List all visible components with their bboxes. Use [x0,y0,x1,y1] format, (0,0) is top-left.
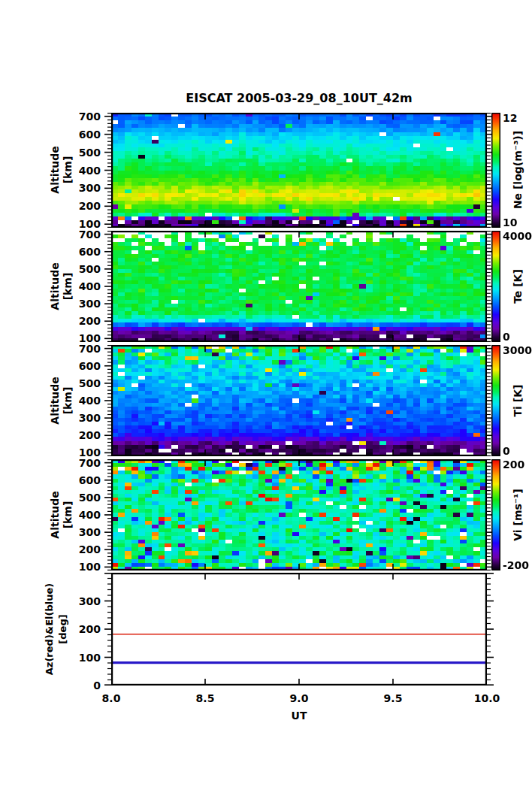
ti-colorbar-max-label: 3000 [503,344,532,356]
azel-yaxis-title-line2: [deg] [57,614,68,643]
ti-alt-tick-label-500: 500 [71,377,101,390]
x-tick-label-10.0: 10.0 [468,692,506,705]
vi-alt-tick-label-600: 600 [71,474,101,487]
ti-alt-tick-label-600: 600 [71,359,101,373]
vi-colorbar-min-label: -200 [503,559,529,571]
ti-colorbar-title: Ti [K] [512,385,524,417]
vi-colorbar [491,459,500,570]
ne-alt-tick-label-300: 300 [71,181,101,195]
x-tick-label-8.0: 8.0 [92,692,130,705]
azel-yaxis-title-line1: Az(red)&El(blue) [44,583,55,675]
ti-alt-tick-label-200: 200 [71,428,101,442]
vi-heatmap-canvas [102,459,496,570]
te-colorbar-max-label: 4000 [503,230,532,242]
ti-alt-tick-label-700: 700 [71,342,101,356]
te-colorbar [491,231,500,342]
ti-colorbar [491,345,500,456]
ne-alt-tick-label-700: 700 [71,110,101,123]
te-alt-tick-label-200: 200 [71,314,101,328]
x-tick-label-8.5: 8.5 [186,692,224,705]
te-yaxis-title-line1: Altitude [49,262,61,310]
ne-colorbar-max-label: 12 [503,112,517,124]
te-heatmap-canvas [102,231,496,342]
ne-colorbar-min-label: 10 [503,216,517,229]
te-alt-tick-label-500: 500 [71,262,101,276]
eiscat-summary-figure: EISCAT 2005-03-29_08_10UT_42m Altitude [… [0,0,532,799]
azel-tick-label-0: 0 [71,679,101,692]
te-alt-tick-label-600: 600 [71,245,101,259]
ti-alt-tick-label-300: 300 [71,411,101,425]
ne-alt-tick-label-500: 500 [71,146,101,159]
figure-title: EISCAT 2005-03-29_08_10UT_42m [111,91,487,105]
vi-yaxis-title-line1: Altitude [49,491,61,538]
te-alt-tick-label-700: 700 [71,228,101,241]
te-alt-tick-label-300: 300 [71,297,101,310]
te-colorbar-min-label: 0 [503,331,510,343]
ne-alt-tick-label-200: 200 [71,199,101,213]
x-tick-label-9.5: 9.5 [374,692,412,705]
azel-tick-label-300: 300 [71,595,101,608]
ne-alt-tick-label-400: 400 [71,164,101,177]
vi-alt-tick-label-400: 400 [71,508,101,522]
ti-alt-tick-label-400: 400 [71,394,101,407]
vi-alt-tick-label-100: 100 [71,560,101,574]
vi-alt-tick-label-700: 700 [71,456,101,470]
te-colorbar-title: Te [K] [512,269,524,304]
azel-tick-label-200: 200 [71,622,101,636]
ne-heatmap-canvas [102,113,496,228]
vi-alt-tick-label-300: 300 [71,525,101,539]
ne-colorbar [491,113,500,228]
azel-lineplot-canvas [102,573,496,686]
ti-colorbar-min-label: 0 [503,445,510,457]
vi-alt-tick-label-200: 200 [71,543,101,556]
vi-alt-tick-label-500: 500 [71,491,101,504]
ne-yaxis-title-line1: Altitude [49,146,61,193]
ti-yaxis-title-line1: Altitude [49,377,61,424]
ne-colorbar-title: Ne [log(m⁻³)] [512,131,524,209]
azel-tick-label-100: 100 [71,651,101,664]
vi-colorbar-title: Vi [ms⁻¹] [512,489,524,541]
te-alt-tick-label-400: 400 [71,280,101,293]
x-tick-label-9.0: 9.0 [280,692,318,705]
vi-colorbar-max-label: 200 [503,459,524,471]
ne-alt-tick-label-600: 600 [71,128,101,141]
ti-heatmap-canvas [102,345,496,456]
xaxis-title: UT [111,710,487,722]
